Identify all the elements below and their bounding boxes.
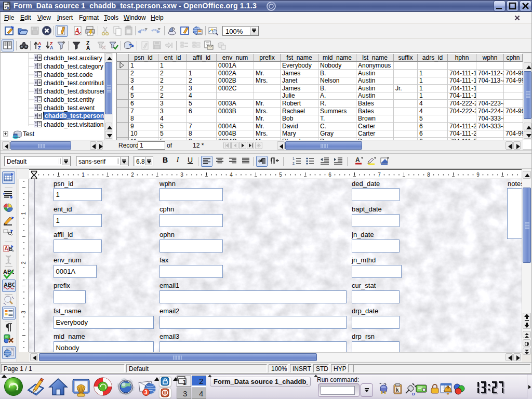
svg-text:9: 9 bbox=[476, 172, 480, 178]
svg-text:1: 1 bbox=[21, 212, 26, 215]
svg-text:1.: 1. bbox=[292, 157, 296, 161]
svg-text:A: A bbox=[50, 45, 54, 50]
svg-text:3: 3 bbox=[21, 311, 26, 314]
svg-text:2: 2 bbox=[21, 261, 26, 264]
svg-text:6: 6 bbox=[328, 172, 331, 178]
svg-text:7: 7 bbox=[378, 172, 381, 178]
svg-text:4: 4 bbox=[230, 172, 233, 178]
svg-text:1: 1 bbox=[82, 172, 85, 178]
svg-text:1: 1 bbox=[182, 378, 187, 387]
svg-text:3: 3 bbox=[180, 172, 183, 178]
svg-text:2.: 2. bbox=[292, 162, 296, 165]
svg-text:ABC: ABC bbox=[4, 282, 15, 288]
svg-text:k: k bbox=[396, 387, 399, 393]
svg-text:8: 8 bbox=[427, 172, 430, 178]
svg-text:5: 5 bbox=[279, 172, 282, 178]
svg-text:2: 2 bbox=[131, 172, 134, 178]
svg-text:A: A bbox=[355, 156, 360, 164]
svg-text:A: A bbox=[86, 45, 90, 51]
svg-text:A: A bbox=[5, 246, 8, 251]
svg-text:D: D bbox=[412, 392, 415, 396]
svg-text:Z: Z bbox=[38, 45, 41, 50]
svg-text:3: 3 bbox=[144, 390, 148, 395]
